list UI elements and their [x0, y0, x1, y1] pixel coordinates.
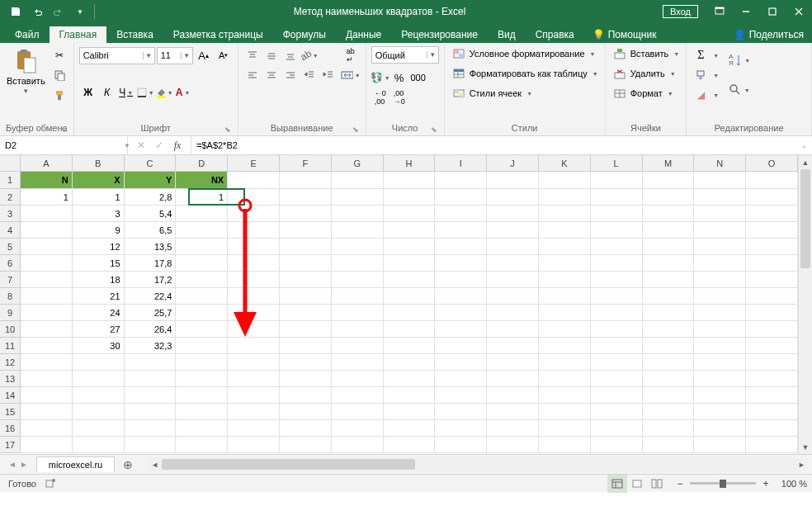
cell[interactable] — [746, 222, 798, 239]
column-header[interactable]: E — [228, 155, 280, 172]
fill-button[interactable] — [692, 66, 710, 84]
row-header[interactable]: 3 — [0, 206, 21, 222]
cell[interactable] — [539, 404, 591, 420]
decrease-indent-button[interactable] — [300, 66, 319, 84]
cell[interactable] — [228, 420, 280, 437]
cell[interactable]: 12 — [73, 239, 125, 255]
cell[interactable] — [643, 354, 695, 371]
cell[interactable]: 22,4 — [125, 288, 177, 305]
cell[interactable] — [280, 371, 332, 387]
tab-insert[interactable]: Вставка — [106, 26, 163, 43]
cell[interactable] — [435, 172, 487, 189]
cell[interactable] — [332, 321, 384, 338]
cell[interactable] — [280, 321, 332, 338]
cell[interactable] — [746, 437, 798, 453]
cell[interactable] — [176, 239, 228, 255]
cell[interactable] — [125, 387, 177, 404]
redo-icon[interactable] — [50, 2, 68, 21]
cell[interactable] — [228, 239, 280, 255]
zoom-slider[interactable] — [690, 482, 756, 485]
cell[interactable] — [746, 420, 798, 437]
cell[interactable] — [435, 404, 487, 420]
cell[interactable] — [694, 305, 746, 321]
comma-button[interactable]: 000 — [409, 69, 427, 87]
maximize-icon[interactable] — [759, 0, 786, 23]
cell[interactable] — [539, 305, 591, 321]
cell[interactable] — [73, 354, 125, 371]
increase-indent-button[interactable] — [319, 66, 338, 84]
cell[interactable] — [280, 437, 332, 453]
cell[interactable] — [21, 338, 73, 354]
cell[interactable] — [746, 305, 798, 321]
cell[interactable] — [332, 288, 384, 305]
cell[interactable] — [746, 354, 798, 371]
cell[interactable] — [591, 420, 643, 437]
cell[interactable] — [280, 305, 332, 321]
column-header[interactable]: J — [487, 155, 539, 172]
horizontal-scrollbar[interactable]: ◄ ► — [144, 457, 812, 471]
column-header[interactable]: N — [694, 155, 746, 172]
page-break-view-button[interactable] — [647, 475, 667, 493]
cell[interactable] — [539, 288, 591, 305]
cell[interactable] — [746, 288, 798, 305]
cell[interactable] — [73, 404, 125, 420]
cell[interactable] — [280, 288, 332, 305]
dialog-launcher-icon[interactable]: ⬊ — [352, 125, 359, 134]
zoom-thumb[interactable] — [720, 480, 726, 488]
cell[interactable] — [176, 288, 228, 305]
column-header[interactable]: G — [332, 155, 384, 172]
cell[interactable] — [539, 420, 591, 437]
decrease-font-button[interactable]: A▾ — [215, 46, 233, 64]
scroll-down-icon[interactable]: ▼ — [799, 440, 812, 454]
orientation-button[interactable]: ab▼ — [300, 46, 319, 64]
cell[interactable] — [435, 338, 487, 354]
cell[interactable] — [746, 172, 798, 189]
cell[interactable] — [21, 239, 73, 255]
cell[interactable] — [435, 272, 487, 288]
cell[interactable] — [643, 239, 695, 255]
cell[interactable] — [228, 437, 280, 453]
align-top-button[interactable] — [243, 46, 262, 64]
format-painter-button[interactable] — [50, 86, 68, 104]
cell[interactable] — [228, 321, 280, 338]
cell[interactable] — [228, 255, 280, 272]
cell[interactable] — [591, 189, 643, 206]
cell[interactable] — [280, 354, 332, 371]
cell[interactable] — [643, 172, 695, 189]
cut-button[interactable]: ✂ — [50, 46, 68, 64]
vertical-scrollbar[interactable]: ▲ ▼ — [798, 155, 812, 454]
cell[interactable] — [746, 404, 798, 420]
cell[interactable] — [487, 404, 539, 420]
cell[interactable] — [228, 371, 280, 387]
sheet-nav-prev-icon[interactable]: ◄ — [8, 460, 17, 469]
cell[interactable] — [694, 272, 746, 288]
format-as-table-button[interactable]: Форматировать как таблицу▼ — [450, 66, 600, 81]
cell[interactable] — [280, 420, 332, 437]
cell[interactable] — [591, 239, 643, 255]
cell[interactable] — [176, 420, 228, 437]
cell[interactable] — [487, 288, 539, 305]
wrap-text-button[interactable]: ab↵ — [341, 46, 361, 64]
row-header[interactable]: 6 — [0, 255, 21, 272]
cell[interactable] — [746, 189, 798, 206]
cell[interactable] — [228, 404, 280, 420]
cell[interactable] — [280, 338, 332, 354]
ribbon-options-icon[interactable] — [706, 0, 733, 23]
cell[interactable] — [694, 387, 746, 404]
cell[interactable] — [487, 239, 539, 255]
cell[interactable] — [21, 404, 73, 420]
cell[interactable] — [280, 272, 332, 288]
cell[interactable] — [487, 255, 539, 272]
cell[interactable] — [643, 288, 695, 305]
cell[interactable] — [176, 206, 228, 222]
cell[interactable] — [280, 404, 332, 420]
paste-button[interactable]: Вставить ▼ — [5, 46, 47, 97]
cell[interactable] — [694, 288, 746, 305]
conditional-formatting-button[interactable]: Условное форматирование▼ — [450, 46, 600, 61]
cell[interactable] — [228, 354, 280, 371]
cell[interactable] — [435, 305, 487, 321]
tell-me-button[interactable]: 💡Помощник — [584, 26, 665, 43]
row-header[interactable]: 1 — [0, 172, 21, 189]
border-button[interactable]: ▼ — [136, 83, 154, 102]
fill-color-button[interactable]: ▼ — [155, 83, 173, 102]
